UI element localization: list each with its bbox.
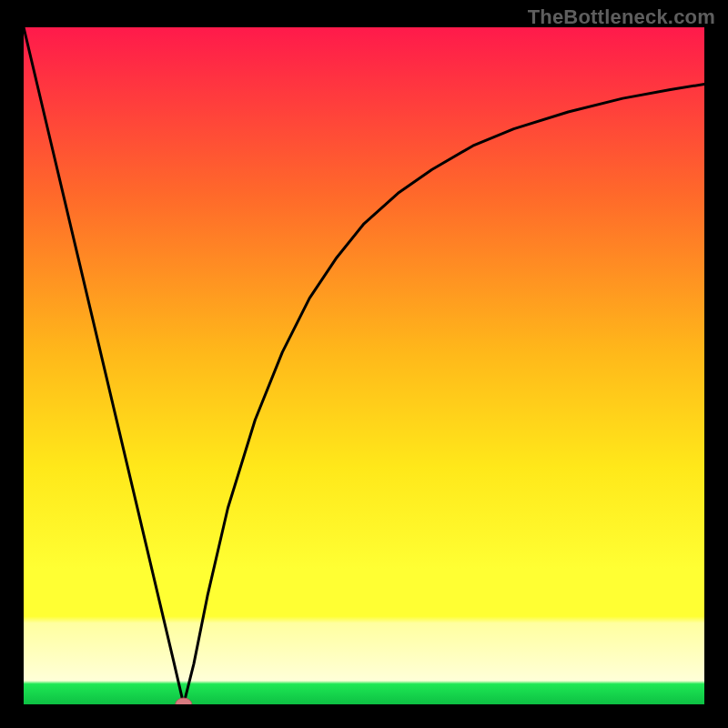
watermark-text: TheBottleneck.com	[528, 5, 715, 29]
plot-area	[24, 27, 704, 704]
gradient-background	[24, 27, 704, 704]
chart-container: TheBottleneck.com	[0, 0, 728, 728]
chart-svg	[24, 27, 704, 704]
